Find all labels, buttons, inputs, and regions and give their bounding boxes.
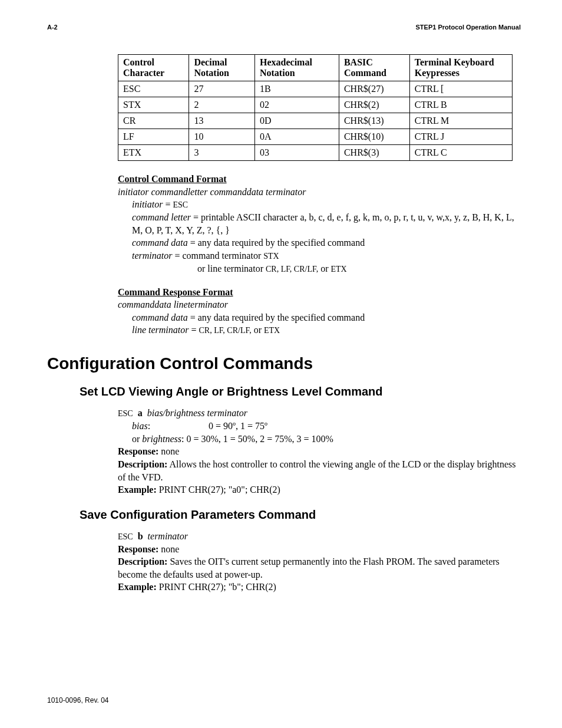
cmd2-args: terminator <box>148 531 188 541</box>
table-cell: 1B <box>254 81 339 97</box>
cmd1-ex-text: PRINT CHR(27); "a0"; CHR(2) <box>157 485 280 495</box>
ccf-syntax: initiator commandletter commanddata term… <box>118 186 521 199</box>
cmd1-bright-or: or <box>132 434 142 444</box>
table-cell: CHR$(10) <box>339 129 409 145</box>
control-char-table: Control CharacterDecimal NotationHexadec… <box>118 54 513 161</box>
table-row: ESC271BCHR$(27)CTRL [ <box>118 81 513 97</box>
cmd1-ex-label: Example: <box>118 485 157 495</box>
cmd1-desc-text: Allows the host controller to control th… <box>118 459 515 482</box>
cmd2-resp-val: none <box>158 544 179 554</box>
ccf-initiator-val: ESC <box>173 200 188 209</box>
cmd1-block: ESC a bias/brightness terminator bias: 0… <box>118 407 521 496</box>
cmd1-bias-colon: : <box>148 421 150 431</box>
cmd2-ex-text: PRINT CHR(27); "b"; CHR(2) <box>157 582 276 592</box>
ccf-cmddata-label: command data <box>132 238 188 248</box>
table-header: Terminal Keyboard Keypresses <box>409 55 512 81</box>
cmd1-esc: ESC <box>118 409 133 418</box>
table-cell: LF <box>118 129 189 145</box>
crf-lineterm-or: or <box>252 325 264 335</box>
ccf-term-text2: or line terminator <box>197 263 266 274</box>
table-cell: CTRL B <box>409 97 512 113</box>
cmd2-block: ESC b terminator Response: none Descript… <box>118 530 521 594</box>
table-cell: CR <box>118 113 189 129</box>
cmd1-resp-label: Response: <box>118 446 158 456</box>
cmd1-bias-label: bias <box>132 421 148 431</box>
ccf-term-text3: or <box>318 263 330 274</box>
ccf-cmdletter-label: command letter <box>132 212 191 222</box>
command-response-format: Command Response Format commanddata line… <box>118 286 521 337</box>
cmd1-letter: a <box>138 408 143 418</box>
table-cell: ESC <box>118 81 189 97</box>
table-cell: 2 <box>189 97 255 113</box>
crf-title: Command Response Format <box>118 287 233 297</box>
table-cell: CTRL [ <box>409 81 512 97</box>
cmd1-args: bias/brightness terminator <box>147 408 247 418</box>
ccf-term-val3: ETX <box>330 265 346 274</box>
cmd2-heading: Save Configuration Parameters Command <box>80 508 521 522</box>
ccf-cmddata-text: = any data required by the specified com… <box>188 238 365 248</box>
table-cell: 3 <box>189 145 255 161</box>
table-header: Decimal Notation <box>189 55 255 81</box>
cmd1-heading: Set LCD Viewing Angle or Brightness Leve… <box>80 385 521 398</box>
crf-lineterm-eq: = <box>189 325 199 335</box>
cmd1-desc-label: Description: <box>118 459 167 469</box>
table-row: LF100ACHR$(10)CTRL J <box>118 129 513 145</box>
crf-lineterm-vals: CR, LF, CR/LF, <box>199 326 251 335</box>
ccf-term-text1: = command terminator <box>172 251 263 261</box>
table-cell: 0D <box>254 113 339 129</box>
table-cell: CHR$(27) <box>339 81 409 97</box>
table-header: Control Character <box>118 55 189 81</box>
cmd1-bright-vals: : 0 = 30%, 1 = 50%, 2 = 75%, 3 = 100% <box>181 434 333 444</box>
table-cell: 10 <box>189 129 255 145</box>
ccf-term-val2: CR, LF, CR/LF, <box>266 265 318 274</box>
table-cell: STX <box>118 97 189 113</box>
main-heading: Configuration Control Commands <box>47 354 521 373</box>
crf-lineterm-last: ETX <box>264 326 280 335</box>
cmd2-letter: b <box>138 531 143 541</box>
table-cell: CTRL M <box>409 113 512 129</box>
doc-title: STEP1 Protocol Operation Manual <box>416 24 521 31</box>
cmd2-desc-text: Saves the OIT's current setup permanentl… <box>118 556 500 579</box>
table-cell: CHR$(3) <box>339 145 409 161</box>
table-cell: 27 <box>189 81 255 97</box>
table-header: BASIC Command <box>339 55 409 81</box>
ccf-initiator-label: initiator <box>132 199 163 209</box>
table-cell: 03 <box>254 145 339 161</box>
page-header: A-2 STEP1 Protocol Operation Manual <box>47 24 521 31</box>
table-header: Hexadecimal Notation <box>254 55 339 81</box>
table-cell: 0A <box>254 129 339 145</box>
table-cell: 02 <box>254 97 339 113</box>
cmd1-resp-val: none <box>158 446 179 456</box>
cmd2-desc-label: Description: <box>118 556 167 566</box>
ccf-term-val1: STX <box>263 252 279 261</box>
table-cell: CHR$(13) <box>339 113 409 129</box>
table-row: STX202CHR$(2)CTRL B <box>118 97 513 113</box>
crf-cmddata-label: command data <box>132 312 188 322</box>
cmd2-ex-label: Example: <box>118 582 157 592</box>
cmd2-esc: ESC <box>118 532 133 541</box>
crf-lineterm-label: line terminator <box>132 325 189 335</box>
table-row: CR130DCHR$(13)CTRL M <box>118 113 513 129</box>
page-number: A-2 <box>47 24 58 31</box>
ccf-title: Control Command Format <box>118 174 227 184</box>
table-cell: CHR$(2) <box>339 97 409 113</box>
ccf-initiator-eq: = <box>163 199 173 209</box>
table-cell: 13 <box>189 113 255 129</box>
table-row: ETX303CHR$(3)CTRL C <box>118 145 513 161</box>
crf-syntax: commanddata lineterminator <box>118 298 521 311</box>
cmd1-bright-label: brightness <box>142 434 181 444</box>
table-cell: CTRL J <box>409 129 512 145</box>
crf-cmddata-text: = any data required by the specified com… <box>188 312 365 322</box>
cmd2-resp-label: Response: <box>118 544 158 554</box>
cmd1-bias-vals: 0 = 90º, 1 = 75º <box>209 420 267 433</box>
table-cell: ETX <box>118 145 189 161</box>
table-cell: CTRL C <box>409 145 512 161</box>
control-command-format: Control Command Format initiator command… <box>118 173 521 275</box>
ccf-term-label: terminator <box>132 251 172 261</box>
